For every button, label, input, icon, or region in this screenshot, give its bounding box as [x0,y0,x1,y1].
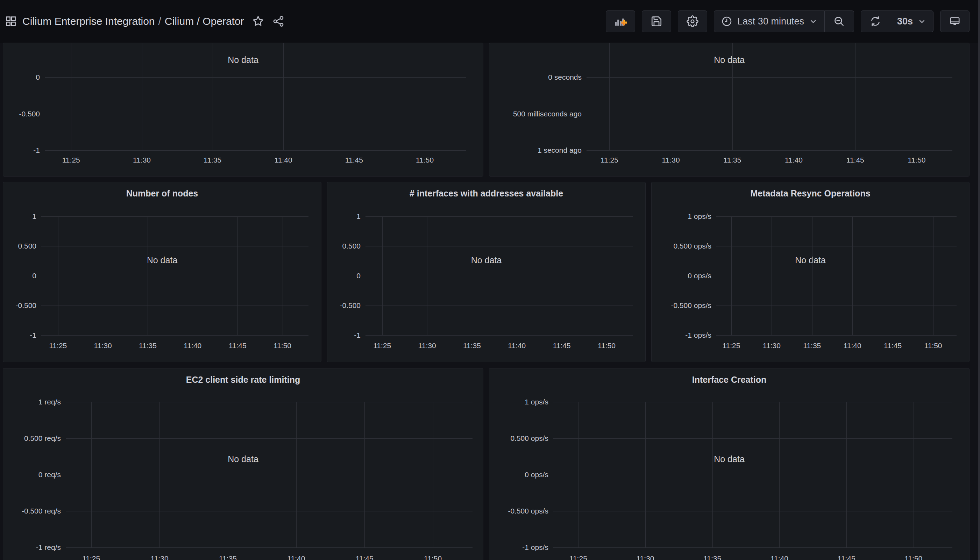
y-axis-tick-label: -0.500 ops/s [489,507,548,515]
share-dashboard-button[interactable] [272,15,285,28]
x-axis-tick-label: 11:30 [621,554,670,560]
refresh-dashboard-button[interactable] [861,10,890,32]
grid-line [472,217,472,335]
grid-line [364,402,365,547]
grid-line [562,217,562,335]
dashboards-grid-button[interactable] [5,15,17,27]
panel-title[interactable]: # interfaces with addresses available [327,182,645,205]
breadcrumb-folder[interactable]: Cilium Enterprise Integration [22,15,155,27]
y-axis-tick-label: 1 [327,212,361,220]
grid-line [213,43,213,150]
grid-line [846,402,847,547]
x-axis-tick-label: 11:30 [78,342,127,350]
grid-line [645,402,646,547]
x-axis-tick-label: 11:40 [168,342,217,350]
grid-line [852,217,853,335]
y-axis-tick-label: 0.500 [3,242,37,250]
tv-icon [949,15,961,27]
y-axis-tick-label: 1 req/s [3,398,61,406]
grid-line [366,305,633,306]
grid-line [553,402,952,402]
y-axis-tick-label: 0 req/s [3,470,61,479]
grid-line [366,276,633,276]
grid-line [917,43,917,150]
grid-line [41,246,309,247]
grid-line [66,402,472,402]
y-axis-tick-label: 0 ops/s [489,470,548,479]
y-axis-tick-label: -0.500 [3,110,40,118]
grid-line [58,217,58,335]
grid-line [45,77,466,78]
star-dashboard-button[interactable] [252,15,264,28]
panel-interfaces-with-addresses: # interfaces with addresses available No… [327,182,646,362]
grid-line [66,547,472,548]
x-axis-tick-label: 11:25 [33,342,83,350]
grid-line [282,217,283,335]
refresh-group: 30s [861,10,933,32]
y-axis-tick-label: 0.500 [327,242,361,250]
grid-line [354,43,354,150]
y-axis-tick-label: 0 ops/s [651,272,711,280]
no-data-label: No data [651,255,969,265]
apps-grid-icon [5,15,17,27]
x-axis-tick-label: 11:40 [755,554,804,560]
x-axis-tick-label: 11:40 [272,554,321,560]
dashboard-settings-button[interactable] [678,10,707,32]
grid-line [66,438,472,439]
tv-mode-button[interactable] [940,10,970,32]
y-axis-tick-label: 1 ops/s [489,398,548,406]
save-dashboard-button[interactable] [642,10,671,32]
grid-line [716,246,957,247]
grid-line [296,402,297,547]
panel-title[interactable]: EC2 client side rate limiting [3,368,483,391]
no-data-label: No data [489,55,969,65]
grid-line [148,217,148,335]
star-icon [252,15,264,28]
time-range-picker-button[interactable]: Last 30 minutes [714,10,825,32]
grid-line [732,43,733,150]
y-axis-tick-label: 1 second ago [489,146,582,155]
grid-line [91,402,92,547]
panel-title[interactable]: Interface Creation [489,368,969,391]
x-axis-tick-label: 11:35 [708,156,757,164]
x-axis-tick-label: 11:50 [892,156,941,164]
x-axis-tick-label: 11:35 [688,554,737,560]
y-axis-tick-label: -1 req/s [3,543,61,552]
grid-line [913,402,914,547]
x-axis-tick-label: 11:35 [203,554,252,560]
grid-line [517,217,517,335]
grid-line [366,335,633,336]
grid-line [553,475,952,475]
y-axis-tick-label: 0 [327,272,361,280]
grid-line [45,150,466,151]
panel-row1-right: No data 0 seconds500 milliseconds ago1 s… [489,43,970,177]
grid-line [933,217,933,335]
panel-title[interactable]: Metadata Resync Operations [651,182,969,205]
refresh-interval-label: 30s [897,16,913,27]
no-data-label: No data [3,55,483,65]
x-axis-tick-label: 11:50 [409,554,457,560]
grid-line [237,217,238,335]
zoom-out-time-button[interactable] [825,10,854,32]
grid-line [433,402,433,547]
vertical-scrollbar[interactable] [978,0,980,560]
x-axis-tick-label: 11:50 [582,342,631,350]
grid-line [893,217,893,335]
breadcrumb-dashboard[interactable]: Cilium / Operator [165,15,244,27]
x-axis-tick-label: 11:50 [258,342,307,350]
panel-row1-left: No data 0-0.500-111:2511:3011:3511:4011:… [3,43,483,177]
y-axis-tick-label: -1 [3,331,37,340]
panel-title[interactable]: Number of nodes [3,182,321,205]
x-axis-tick-label: 11:45 [831,156,880,164]
y-axis-tick-label: 500 milliseconds ago [489,110,582,118]
breadcrumb-separator: / [159,15,161,27]
refresh-interval-dropdown[interactable]: 30s [890,10,933,32]
y-axis-tick-label: -1 ops/s [651,331,711,340]
time-range-group: Last 30 minutes [714,10,854,32]
x-axis-tick-label: 11:40 [259,156,308,164]
clock-icon [721,16,732,27]
grid-line [812,217,813,335]
x-axis-tick-label: 11:50 [909,342,958,350]
y-axis-tick-label: 1 ops/s [651,212,711,220]
add-panel-button[interactable] [606,10,635,32]
